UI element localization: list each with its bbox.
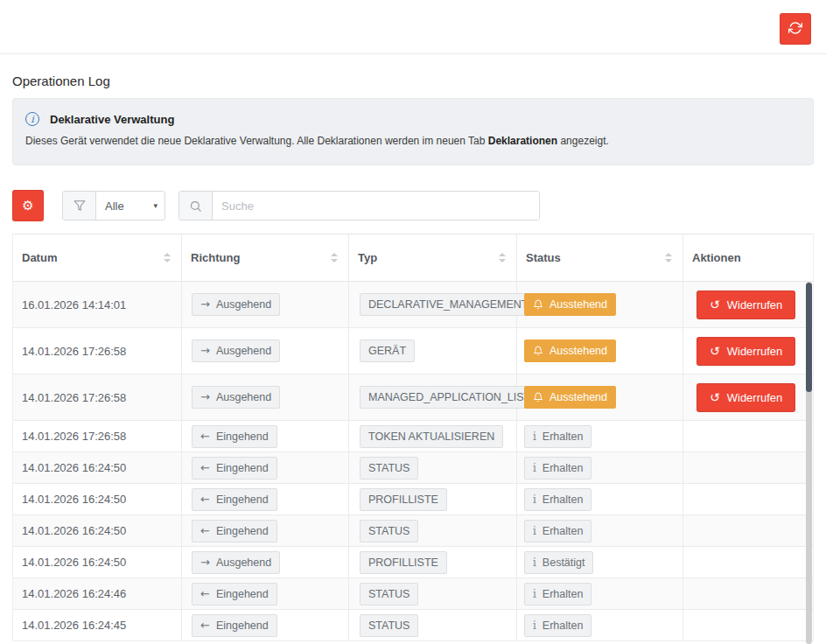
table-header: Datum Richtung Typ Status Aktionen — [13, 234, 813, 282]
direction-arrow-icon: ← — [200, 461, 210, 475]
info-letter-icon: i — [533, 587, 536, 601]
info-letter-icon: i — [533, 430, 536, 444]
direction-tag: ← Eingehend — [192, 583, 277, 606]
row-date: 14.01.2026 16:24:50 — [22, 556, 126, 569]
status-label: Ausstehend — [550, 298, 607, 312]
chevron-down-icon: ▾ — [153, 201, 158, 210]
column-header-status[interactable]: Status — [517, 234, 683, 281]
search-input[interactable] — [213, 192, 539, 220]
table-row: 14.01.2026 17:26:58 → Ausgehend MANAGED_… — [13, 374, 813, 421]
sort-icon — [499, 253, 506, 262]
info-box-title: Deklarative Verwaltung — [50, 113, 174, 126]
type-tag: STATUS — [360, 520, 418, 542]
status-label: Erhalten — [542, 619, 584, 633]
status-badge: i Bestätigt — [524, 551, 593, 574]
status-label: Erhalten — [542, 493, 584, 507]
direction-label: Eingehend — [216, 461, 269, 475]
table-row: 14.01.2026 16:24:45 ← Eingehend STATUS i… — [13, 610, 813, 641]
page-title: Operationen Log — [12, 74, 814, 89]
info-letter-icon: i — [533, 524, 536, 538]
info-icon: i — [25, 112, 39, 126]
status-label: Erhalten — [542, 430, 584, 444]
search-box — [178, 191, 540, 220]
direction-arrow-icon: → — [200, 298, 210, 312]
direction-label: Eingehend — [216, 587, 269, 601]
column-label: Typ — [358, 251, 377, 264]
status-label: Ausstehend — [550, 390, 607, 404]
status-badge: i Erhalten — [524, 425, 592, 448]
widerrufen-label: Widerrufen — [727, 391, 783, 404]
toolbar: ⚙ Alle ▾ — [12, 190, 814, 221]
direction-tag: ← Eingehend — [192, 520, 277, 542]
direction-label: Eingehend — [216, 524, 269, 538]
row-date: 14.01.2026 16:24:50 — [22, 493, 126, 506]
table-row: 14.01.2026 16:24:50 ← Eingehend PROFILLI… — [13, 484, 813, 515]
info-text-after: angezeigt. — [557, 135, 609, 147]
info-box: i Deklarative Verwaltung Dieses Gerät ve… — [12, 98, 814, 165]
table-scrollbar[interactable] — [806, 282, 812, 644]
table-row: 16.01.2026 14:14:01 → Ausgehend DECLARAT… — [13, 282, 813, 328]
direction-tag: → Ausgehend — [192, 293, 280, 316]
direction-label: Ausgehend — [216, 556, 271, 570]
direction-arrow-icon: ← — [200, 430, 210, 444]
row-date: 14.01.2026 16:24:50 — [22, 461, 126, 474]
status-label: Erhalten — [542, 524, 584, 538]
direction-label: Ausgehend — [216, 344, 271, 358]
scrollbar-thumb[interactable] — [806, 283, 812, 392]
status-label: Erhalten — [542, 461, 584, 475]
filter-select[interactable]: Alle ▾ — [62, 191, 165, 220]
status-badge: Ausstehend — [524, 386, 616, 409]
column-label: Richtung — [191, 251, 240, 264]
row-date: 14.01.2026 17:26:58 — [22, 430, 126, 443]
column-label: Status — [526, 251, 561, 264]
undo-icon: ↺ — [710, 298, 720, 311]
direction-arrow-icon: ← — [200, 493, 210, 507]
row-date: 14.01.2026 16:24:46 — [22, 587, 126, 600]
status-badge: i Erhalten — [524, 614, 592, 637]
direction-label: Eingehend — [216, 493, 269, 507]
info-letter-icon: i — [533, 619, 536, 633]
type-tag: PROFILLISTE — [360, 551, 447, 574]
direction-arrow-icon: → — [200, 556, 210, 570]
sort-icon — [665, 253, 672, 262]
column-header-datum[interactable]: Datum — [13, 234, 182, 281]
column-header-richtung[interactable]: Richtung — [182, 234, 349, 281]
direction-tag: → Ausgehend — [192, 340, 280, 362]
column-header-typ[interactable]: Typ — [349, 234, 517, 281]
undo-icon: ↺ — [710, 345, 720, 357]
table-row: 14.01.2026 16:24:50 → Ausgehend PROFILLI… — [13, 547, 813, 578]
info-letter-icon: i — [533, 461, 536, 475]
direction-arrow-icon: → — [200, 390, 210, 404]
widerrufen-button[interactable]: ↺Widerrufen — [696, 383, 795, 412]
refresh-button[interactable] — [780, 13, 811, 45]
widerrufen-button[interactable]: ↺Widerrufen — [696, 290, 795, 319]
table-row: 14.01.2026 16:24:50 ← Eingehend STATUS i… — [13, 515, 813, 547]
direction-arrow-icon: ← — [200, 619, 210, 633]
search-icon — [179, 192, 213, 220]
direction-tag: ← Eingehend — [192, 614, 277, 637]
direction-label: Ausgehend — [216, 298, 271, 312]
undo-icon: ↺ — [710, 391, 720, 403]
direction-arrow-icon: ← — [200, 524, 210, 538]
table-row: 14.01.2026 16:24:50 ← Eingehend STATUS i… — [13, 452, 813, 484]
table-row: 14.01.2026 17:26:58 → Ausgehend GERÄT Au… — [13, 328, 813, 374]
bell-icon — [533, 299, 543, 310]
type-tag: PROFILLISTE — [360, 488, 447, 511]
refresh-icon — [788, 21, 802, 38]
info-text-before: Dieses Gerät verwendet die neue Deklarat… — [25, 135, 488, 147]
bell-icon — [533, 346, 543, 356]
direction-tag: → Ausgehend — [192, 551, 280, 574]
widerrufen-button[interactable]: ↺Widerrufen — [696, 337, 795, 366]
info-box-text: Dieses Gerät verwendet die neue Deklarat… — [25, 135, 801, 147]
status-label: Erhalten — [542, 587, 584, 601]
row-date: 14.01.2026 17:26:58 — [22, 391, 126, 404]
type-tag: GERÄT — [360, 340, 415, 362]
widerrufen-label: Widerrufen — [727, 298, 783, 312]
status-label: Ausstehend — [550, 344, 607, 358]
settings-button[interactable]: ⚙ — [12, 190, 44, 221]
status-badge: i Erhalten — [524, 520, 592, 542]
direction-arrow-icon: ← — [200, 587, 210, 601]
funnel-icon — [63, 192, 96, 220]
direction-label: Eingehend — [216, 619, 269, 633]
info-text-bold: Deklarationen — [488, 135, 557, 147]
